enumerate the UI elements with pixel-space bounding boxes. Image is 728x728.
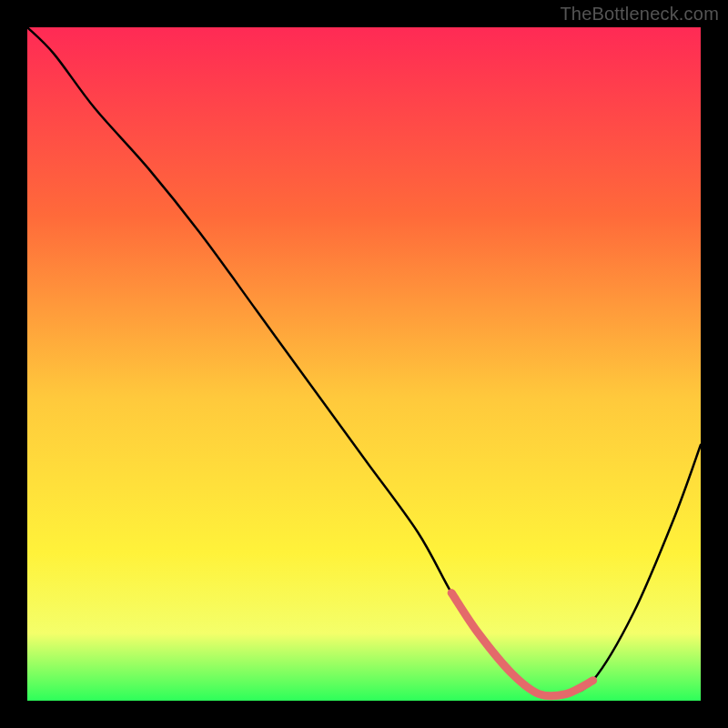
plot-area (27, 27, 701, 701)
watermark-text: TheBottleneck.com (560, 4, 719, 25)
chart-frame: TheBottleneck.com (0, 0, 728, 728)
chart-svg (27, 27, 701, 701)
gradient-background (27, 27, 701, 701)
